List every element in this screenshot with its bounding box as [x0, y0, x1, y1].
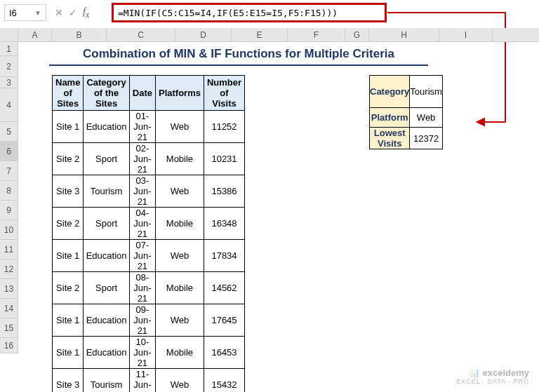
table-row: Site 2Sport04-Jun-21Mobile16348 — [53, 208, 245, 240]
cell[interactable]: Tourism — [84, 369, 129, 393]
table-row: Site 2Sport08-Jun-21Mobile14562 — [53, 272, 245, 304]
table-row: Site 3Tourism03-Jun-21Web15386 — [53, 175, 245, 208]
cell[interactable]: Education — [84, 337, 129, 369]
cell[interactable]: Site 2 — [53, 208, 84, 240]
cell[interactable]: Site 3 — [53, 175, 84, 208]
table-row: Site 3Tourism11-Jun-21Web15432 — [53, 369, 245, 393]
col-F[interactable]: F — [288, 28, 345, 41]
cell[interactable]: Web — [155, 304, 204, 337]
col-B[interactable]: B — [52, 28, 107, 41]
row-10[interactable]: 10 — [0, 220, 18, 240]
cell[interactable]: Sport — [84, 272, 129, 304]
cell[interactable]: Mobile — [155, 143, 204, 175]
table-header: Name of Sites — [53, 76, 84, 111]
table-row: Site 1Education07-Jun-21Web17834 — [53, 240, 245, 272]
cell[interactable]: 15432 — [204, 369, 244, 393]
cell[interactable]: 10231 — [204, 143, 244, 175]
cell[interactable]: Mobile — [155, 272, 204, 304]
table-row: Site 1Education09-Jun-21Web17645 — [53, 304, 245, 337]
cell[interactable]: 07-Jun-21 — [129, 240, 155, 272]
cell[interactable]: Web — [155, 111, 204, 143]
criteria-category-label: Category — [370, 76, 410, 108]
cell[interactable]: 16348 — [204, 208, 244, 240]
title-underline — [49, 65, 428, 66]
cell[interactable]: Site 3 — [53, 369, 84, 393]
cell[interactable]: Sport — [84, 143, 129, 175]
watermark: 📊 exceldemy EXCEL · DATA · PRO — [456, 367, 529, 385]
criteria-result-label: Lowest Visits — [370, 128, 410, 149]
cell[interactable]: 04-Jun-21 — [129, 208, 155, 240]
cell[interactable]: Web — [155, 240, 204, 272]
page-title: Combination of MIN & IF Functions for Mu… — [49, 47, 428, 61]
table-row: Site 1Education01-Jun-21Web11252 — [53, 111, 245, 143]
row-14[interactable]: 14 — [0, 299, 18, 318]
row-5[interactable]: 5 — [0, 122, 18, 142]
cell[interactable]: Mobile — [155, 337, 204, 369]
table-row: Site 1Education10-Jun-21Mobile16453 — [53, 337, 245, 369]
cell[interactable]: 14562 — [204, 272, 244, 304]
cell[interactable]: Education — [84, 304, 129, 337]
row-2[interactable]: 2 — [0, 56, 18, 77]
cell[interactable]: Tourism — [84, 175, 129, 208]
row-1[interactable]: 1 — [0, 42, 18, 56]
cell[interactable]: Site 1 — [53, 111, 84, 143]
row-4[interactable]: 4 — [0, 88, 18, 122]
row-3[interactable]: 3 — [0, 77, 18, 88]
cell[interactable]: Web — [155, 369, 204, 393]
criteria-category-value[interactable]: Tourism — [410, 76, 443, 108]
row-11[interactable]: 11 — [0, 240, 18, 259]
cell[interactable]: 11252 — [204, 111, 244, 143]
cell[interactable]: 11-Jun-21 — [129, 369, 155, 393]
cell[interactable]: Site 1 — [53, 304, 84, 337]
cell[interactable]: Site 1 — [53, 337, 84, 369]
svg-marker-0 — [477, 119, 484, 126]
col-E[interactable]: E — [232, 28, 288, 41]
table-header: Date — [129, 76, 155, 111]
table-header: Number of Visits — [204, 76, 244, 111]
cell[interactable]: Sport — [84, 208, 129, 240]
row-headers: 12345678910111213141516 — [0, 42, 18, 353]
row-9[interactable]: 9 — [0, 201, 18, 220]
col-D[interactable]: D — [175, 28, 232, 41]
cell[interactable]: Site 2 — [53, 272, 84, 304]
cell[interactable]: Education — [84, 240, 129, 272]
row-12[interactable]: 12 — [0, 259, 18, 279]
cell[interactable]: Education — [84, 111, 129, 143]
cell[interactable]: 15386 — [204, 175, 244, 208]
col-H[interactable]: H — [369, 28, 439, 41]
table-row: Site 2Sport02-Jun-21Mobile10231 — [53, 143, 245, 175]
table-header: Category of the Sites — [84, 76, 129, 111]
cell[interactable]: 08-Jun-21 — [129, 272, 155, 304]
cell[interactable]: 17645 — [204, 304, 244, 337]
col-I[interactable]: I — [439, 28, 493, 41]
cell[interactable]: 02-Jun-21 — [129, 143, 155, 175]
table-header: Platforms — [155, 76, 204, 111]
row-15[interactable]: 15 — [0, 318, 18, 338]
cell[interactable]: 01-Jun-21 — [129, 111, 155, 143]
data-table: Name of SitesCategory of the SitesDatePl… — [52, 75, 245, 392]
col-C[interactable]: C — [107, 28, 175, 41]
column-headers: ABCDEFGHI — [0, 28, 539, 42]
criteria-platform-value[interactable]: Web — [410, 108, 443, 128]
row-7[interactable]: 7 — [0, 161, 18, 181]
cell[interactable]: 10-Jun-21 — [129, 337, 155, 369]
cell[interactable]: 16453 — [204, 337, 244, 369]
cell[interactable]: 09-Jun-21 — [129, 304, 155, 337]
cell[interactable]: Site 1 — [53, 240, 84, 272]
watermark-tag: EXCEL · DATA · PRO — [456, 378, 529, 385]
row-8[interactable]: 8 — [0, 181, 18, 201]
criteria-platform-label: Platform — [370, 108, 410, 128]
cell[interactable]: Web — [155, 175, 204, 208]
col-G[interactable]: G — [345, 28, 369, 41]
cell[interactable]: Site 2 — [53, 143, 84, 175]
cell[interactable]: 17834 — [204, 240, 244, 272]
row-16[interactable]: 16 — [0, 338, 18, 353]
row-13[interactable]: 13 — [0, 279, 18, 299]
criteria-result-value[interactable]: 12372 — [410, 128, 443, 149]
watermark-brand: 📊 exceldemy — [456, 367, 529, 378]
col-A[interactable]: A — [18, 28, 52, 41]
row-6[interactable]: 6 — [0, 142, 18, 161]
cell[interactable]: 03-Jun-21 — [129, 175, 155, 208]
criteria-table: Category Tourism Platform Web Lowest Vis… — [369, 75, 443, 149]
cell[interactable]: Mobile — [155, 208, 204, 240]
